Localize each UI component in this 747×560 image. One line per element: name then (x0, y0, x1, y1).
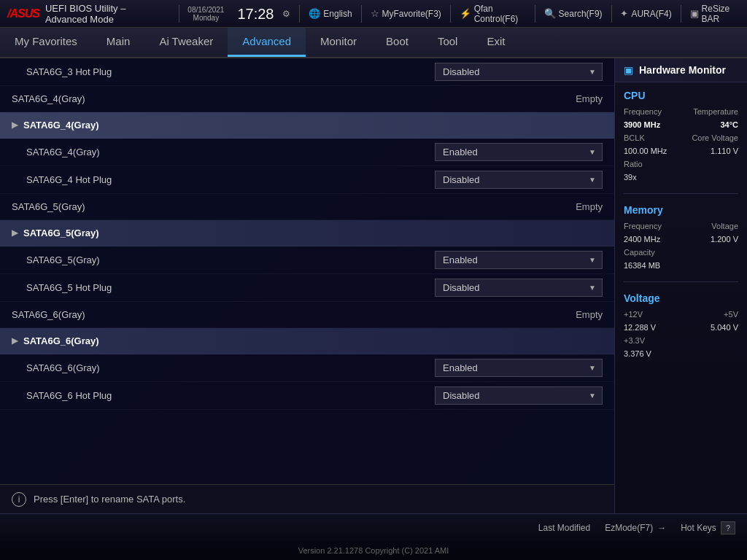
voltage-33-value-row: 3.376 V (624, 349, 738, 358)
sata5-enabled-dropdown[interactable]: Enabled ▼ (435, 251, 603, 269)
sata6-info-value: Empty (576, 309, 603, 320)
sata6-enabled-dropdown[interactable]: Enabled ▼ (435, 359, 603, 377)
nav-main[interactable]: Main (92, 28, 145, 57)
cpu-frequency-row: Frequency Temperature (624, 107, 738, 116)
cpu-core-voltage-value: 1.110 V (711, 147, 738, 155)
hot-keys-label: Hot Keys (681, 523, 716, 533)
aura-label: AURA(F4) (631, 9, 671, 19)
language-selector[interactable]: 🌐 English (309, 8, 352, 19)
memory-capacity-value: 16384 MB (624, 261, 660, 270)
setting-row-sata6-enabled: SATA6G_6(Gray) Enabled ▼ (0, 354, 614, 382)
qfan-label: Qfan Control(F6) (474, 4, 526, 24)
nav-ai-tweaker[interactable]: Ai Tweaker (144, 28, 228, 57)
qfan-btn[interactable]: ⚡ Qfan Control(F6) (460, 4, 526, 24)
expand-icon-sata4: ▶ (12, 120, 18, 130)
asus-logo: /ASUS (7, 7, 39, 20)
sata4-enabled-label: SATA6G_4(Gray) (26, 147, 435, 158)
divider-4 (450, 5, 451, 23)
sata4-group-header[interactable]: ▶ SATA6G_4(Gray) (0, 112, 614, 139)
dropdown-arrow-icon-5: ▼ (589, 284, 596, 292)
memory-section: Memory Frequency Voltage 2400 MHz 1.200 … (615, 197, 747, 279)
help-bar: i Press [Enter] to rename SATA ports. (0, 484, 614, 513)
cpu-frequency-label: Frequency (624, 107, 662, 116)
sata6-group-label: SATA6G_6(Gray) (23, 335, 603, 346)
setting-row-sata4-info: SATA6G_4(Gray) Empty (0, 86, 614, 112)
v5-value: 5.040 V (711, 323, 738, 332)
voltage-12-value-row: 12.288 V 5.040 V (624, 323, 738, 332)
last-modified-label: Last Modified (538, 523, 590, 533)
cpu-core-voltage-label: Core Voltage (692, 133, 738, 142)
search-icon: 🔍 (544, 8, 556, 19)
globe-icon: 🌐 (309, 8, 320, 19)
setting-row-sata3hotplug: SATA6G_3 Hot Plug Disabled ▼ (0, 58, 614, 86)
my-favorite-label: MyFavorite(F3) (382, 9, 441, 19)
setting-row-sata5-info: SATA6G_5(Gray) Empty (0, 194, 614, 220)
sata4-info-value: Empty (576, 93, 603, 104)
nav-monitor[interactable]: Monitor (306, 28, 371, 57)
my-favorite-btn[interactable]: ☆ MyFavorite(F3) (371, 8, 441, 19)
cpu-bclk-value: 100.00 MHz (624, 147, 667, 155)
setting-row-sata5-hotplug: SATA6G_5 Hot Plug Disabled ▼ (0, 274, 614, 302)
divider-1 (179, 5, 179, 23)
sata6-hotplug-dropdown[interactable]: Disabled ▼ (435, 386, 603, 405)
monitor-icon: ▣ (624, 64, 633, 76)
voltage-section: Voltage +12V +5V 12.288 V 5.040 V +3.3V … (615, 285, 747, 367)
sata5-group-header[interactable]: ▶ SATA6G_5(Gray) (0, 220, 614, 246)
cpu-section: CPU Frequency Temperature 3900 MHz 34°C … (615, 82, 747, 190)
dropdown-arrow-icon-7: ▼ (589, 392, 596, 400)
memory-voltage-value: 1.200 V (711, 235, 738, 244)
top-bar: /ASUS UEFI BIOS Utility – Advanced Mode … (0, 0, 747, 28)
resize-bar-label: ReSize BAR (702, 4, 740, 24)
sata5-info-value: Empty (576, 201, 603, 212)
nav-tool[interactable]: Tool (423, 28, 473, 57)
nav-my-favorites[interactable]: My Favorites (0, 28, 92, 57)
memory-frequency-label: Frequency (624, 222, 662, 230)
nav-exit[interactable]: Exit (472, 28, 519, 57)
sata4-hotplug-dropdown[interactable]: Disabled ▼ (435, 171, 603, 189)
sata4-group-label: SATA6G_4(Gray) (23, 120, 603, 131)
help-icon: i (12, 492, 26, 507)
cpu-frequency-value-row: 3900 MHz 34°C (624, 120, 738, 129)
cpu-bclk-label: BCLK (624, 133, 645, 142)
aura-icon: ✦ (620, 8, 628, 19)
sata6-group-header[interactable]: ▶ SATA6G_6(Gray) (0, 328, 614, 354)
cpu-temperature-label: Temperature (693, 107, 738, 116)
day-display: Monday (193, 14, 220, 22)
logo-area: /ASUS UEFI BIOS Utility – Advanced Mode (7, 3, 164, 25)
divider-2 (299, 5, 300, 23)
last-modified-btn[interactable]: Last Modified (538, 523, 590, 533)
sata3-hotplug-dropdown[interactable]: Disabled ▼ (435, 63, 603, 81)
resize-bar-btn[interactable]: ▣ ReSize BAR (690, 4, 740, 24)
sata5-hotplug-dropdown[interactable]: Disabled ▼ (435, 279, 603, 297)
v12-label: +12V (624, 310, 643, 319)
dropdown-arrow-icon: ▼ (589, 68, 596, 76)
cpu-bclk-row: BCLK Core Voltage (624, 133, 738, 142)
settings-icon[interactable]: ⚙ (282, 9, 290, 19)
nav-boot[interactable]: Boot (371, 28, 423, 57)
ez-mode-btn[interactable]: EzMode(F7) → (605, 523, 666, 533)
sata4-enabled-value: Enabled (443, 147, 478, 158)
bios-title: UEFI BIOS Utility – Advanced Mode (45, 3, 164, 25)
aura-btn[interactable]: ✦ AURA(F4) (620, 8, 671, 19)
hardware-monitor-sidebar: ▣ Hardware Monitor CPU Frequency Tempera… (614, 58, 747, 513)
voltage-section-title: Voltage (624, 292, 738, 304)
cpu-bclk-value-row: 100.00 MHz 1.110 V (624, 147, 738, 155)
language-label: English (323, 9, 352, 19)
dropdown-arrow-icon-3: ▼ (589, 176, 596, 184)
bottom-bar: Last Modified EzMode(F7) → Hot Keys ? (0, 513, 747, 541)
search-label: Search(F9) (559, 9, 603, 19)
v33-value: 3.376 V (624, 349, 651, 358)
memory-frequency-label-row: Frequency Voltage (624, 222, 738, 230)
search-btn[interactable]: 🔍 Search(F9) (544, 8, 603, 19)
nav-advanced[interactable]: Advanced (228, 28, 306, 57)
memory-capacity-label: Capacity (624, 248, 655, 257)
memory-frequency-value: 2400 MHz (624, 235, 660, 244)
v12-value: 12.288 V (624, 323, 656, 332)
dropdown-arrow-icon-4: ▼ (589, 256, 596, 264)
memory-frequency-value-row: 2400 MHz 1.200 V (624, 235, 738, 244)
sidebar-title: Hardware Monitor (639, 64, 726, 76)
divider-6 (611, 5, 612, 23)
sata4-enabled-dropdown[interactable]: Enabled ▼ (435, 143, 603, 161)
sata5-group-label: SATA6G_5(Gray) (23, 228, 603, 238)
hot-keys-btn[interactable]: Hot Keys ? (681, 521, 735, 534)
